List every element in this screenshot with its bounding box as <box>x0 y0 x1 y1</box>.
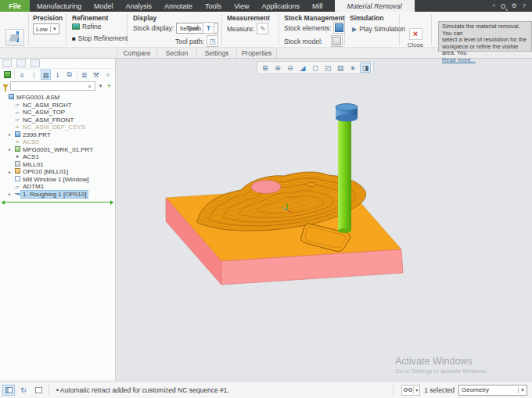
read-more-link[interactable]: Read more... <box>442 56 476 63</box>
group-precision-label: Precision <box>33 14 63 22</box>
tab-section[interactable]: Section <box>156 48 197 58</box>
favorites-tab-icon[interactable] <box>31 59 40 67</box>
model-3d-view[interactable] <box>116 59 532 381</box>
display-style-icon[interactable]: ◻ <box>310 63 321 73</box>
toggle-tree-icon[interactable] <box>2 385 15 396</box>
datum-plane-icon: ▱ <box>13 117 21 123</box>
search-icon[interactable] <box>501 4 505 9</box>
tree-row[interactable]: ▱NC_ASM_FRONT <box>0 117 115 124</box>
group-display-label: Display <box>133 14 156 22</box>
tree-row[interactable]: ▱ADTM1 <box>0 183 115 191</box>
datum-plane-icon: ▱ <box>13 109 21 116</box>
gear-icon[interactable]: ⚙ <box>511 2 516 9</box>
stop-refinement-button[interactable]: ■ Stop Refinement <box>72 34 128 42</box>
find-button[interactable]: ▾ <box>401 385 420 396</box>
stock-model-button[interactable] <box>331 35 343 47</box>
zoom-region-icon[interactable]: ⊞ <box>260 63 271 73</box>
copy-icon[interactable]: ⧉ <box>65 70 74 80</box>
tab-settings[interactable]: Settings <box>196 48 237 58</box>
regenerate-icon[interactable]: ↻ <box>17 385 30 396</box>
refine-button[interactable]: Refine <box>72 23 102 30</box>
menu-analysis[interactable]: Analysis <box>120 0 158 12</box>
measure-control: Measure: ✎ <box>227 23 268 34</box>
tool-display-control: Tool: T <box>186 22 214 34</box>
tree-row[interactable]: ▸MFG0001_WRK_01.PRT <box>0 146 115 154</box>
selected-count: 1 selected <box>424 386 455 394</box>
window-icon[interactable] <box>32 385 45 396</box>
tree-search-icon[interactable]: ⌕ <box>103 70 113 80</box>
repaint-icon[interactable]: ◢ <box>297 63 308 73</box>
file-menu-button[interactable]: File <box>0 0 30 12</box>
layers-icon[interactable]: ≣ <box>80 70 89 80</box>
clear-filter-icon[interactable]: × <box>86 84 93 89</box>
application-window: File Manufacturing Model Analysis Annota… <box>0 0 532 398</box>
tree-row[interactable]: MILL01 <box>0 161 115 169</box>
grid-view-icon[interactable]: ▦ <box>41 70 50 80</box>
play-simulation-button[interactable]: ▶ Play Simulation <box>352 25 405 33</box>
tree-filter-input[interactable]: × <box>10 81 95 91</box>
menu-model[interactable]: Model <box>88 0 119 12</box>
panel-toggle-icon[interactable]: ◨ <box>360 63 371 73</box>
tree-resize-divider[interactable] <box>2 202 113 203</box>
collapse-ribbon-icon[interactable]: ^ <box>493 2 496 9</box>
chevron-down-icon: ▾ <box>413 386 418 394</box>
menu-applications[interactable]: Applications <box>256 0 305 12</box>
tree-row[interactable]: ▱NC_ASM_TOP <box>0 109 115 117</box>
sort-icon[interactable]: ⇂ <box>53 70 63 80</box>
annotations-icon[interactable]: ∗ <box>347 63 358 73</box>
tooltip: Simulate the material removal. You can s… <box>438 21 532 52</box>
saved-orientations-icon[interactable]: ◰ <box>322 63 333 73</box>
list-view-icon[interactable]: ≡ <box>17 70 27 80</box>
tooltip-line: workpiece or refine the visible area. Yo… <box>442 44 528 57</box>
csys-icon: + <box>13 139 21 145</box>
tree-filters-icon[interactable]: ⚒ <box>92 70 101 80</box>
small-boss <box>307 182 316 186</box>
csys-icon: + <box>13 154 21 160</box>
model-tree-tab-icon[interactable] <box>2 59 12 67</box>
chevron-down-icon: ▾ <box>50 26 59 32</box>
tool-path-icon: ◳ <box>209 38 216 45</box>
tab-material-removal[interactable]: Material Removal <box>335 0 415 12</box>
filter-dropdown-icon[interactable]: ▾ <box>97 83 104 89</box>
tree-row[interactable]: ▸OP010 [MILL01] <box>0 168 115 176</box>
selection-filter-dropdown[interactable]: Geometry ▾ <box>458 385 527 396</box>
menu-tools[interactable]: Tools <box>200 0 227 12</box>
view-manager-icon[interactable]: ▤ <box>335 63 346 73</box>
model-tree-panel: ≡ ⋮ ▦ ⇂ ⧉ ≣ ⚒ ⌕ × ▾ + MFG0001.ASM ▱NC_AS… <box>0 59 116 381</box>
menu-mill[interactable]: Mill <box>307 0 329 12</box>
detail-view-icon[interactable]: ⋮ <box>29 70 38 80</box>
work-center-icon <box>15 161 20 167</box>
stock-elements-button[interactable] <box>333 22 345 34</box>
show-icon[interactable] <box>2 70 12 80</box>
tool-path-button[interactable]: ◳ <box>207 35 218 47</box>
tab-compare[interactable]: Compare <box>117 48 157 58</box>
datum-plane-icon: ▱ <box>13 102 21 108</box>
expand-icon: ▸ <box>6 192 13 196</box>
precision-dropdown[interactable]: Low▾ <box>33 23 59 34</box>
tree-row[interactable]: +ACS0 <box>0 138 115 146</box>
tree-row[interactable]: Mill Window 1 [Window] <box>0 176 115 184</box>
tool-display-button[interactable]: T <box>203 22 214 34</box>
measure-button[interactable]: ✎ <box>257 23 268 34</box>
zoom-in-icon[interactable]: ⊕ <box>272 63 283 73</box>
tree-row[interactable]: +NC_ASM_DEF_CSYS <box>0 124 115 131</box>
help-icon[interactable]: ? <box>523 2 526 9</box>
group-refinement-label: Refinement <box>72 14 108 22</box>
tree-row[interactable]: +ACS1 <box>0 153 115 161</box>
folder-browser-tab-icon[interactable] <box>16 59 26 67</box>
filter-add-icon[interactable]: + <box>106 82 113 90</box>
menu-view[interactable]: View <box>228 0 254 12</box>
tree-row[interactable]: ▸2399.PRT <box>0 131 115 139</box>
tree-row[interactable]: ▱NC_ASM_RIGHT <box>0 102 115 109</box>
menu-manufacturing[interactable]: Manufacturing <box>31 0 87 12</box>
graphics-area[interactable]: ⊞ ⊕ ⊖ ◢ ◻ ◰ ▤ ∗ ◨ <box>116 59 532 381</box>
close-tool-button[interactable]: × Close <box>405 28 426 48</box>
zoom-out-icon[interactable]: ⊖ <box>285 63 296 73</box>
tool-icon: T <box>207 24 211 32</box>
menu-annotate[interactable]: Annotate <box>159 0 198 12</box>
tree-row-selected[interactable]: ▸↝1. Roughing 1 [OP010] <box>0 191 115 199</box>
datum-plane-icon: ▱ <box>13 184 21 190</box>
tree-row[interactable]: MFG0001.ASM <box>0 94 115 102</box>
mill-window-icon <box>15 176 20 181</box>
tab-properties[interactable]: Properties <box>236 48 277 58</box>
